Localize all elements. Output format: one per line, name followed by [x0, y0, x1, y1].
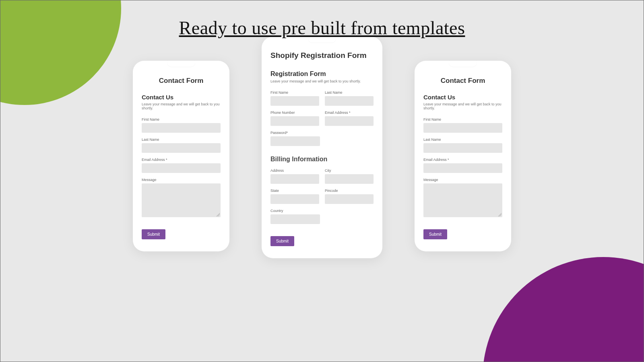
label-last-name: Last Name — [325, 90, 374, 95]
address-input[interactable] — [270, 174, 319, 184]
country-input[interactable] — [270, 214, 320, 224]
submit-button[interactable]: Submit — [270, 236, 294, 246]
section-subtext: Leave your message and we will get back … — [270, 79, 374, 83]
label-phone: Phone Number — [270, 111, 319, 115]
email-input[interactable] — [325, 116, 374, 126]
pincode-input[interactable] — [325, 194, 374, 204]
phone-input[interactable] — [270, 116, 319, 126]
template-card-contact-left: Contact Form Contact Us Leave your messa… — [133, 61, 229, 251]
form-title: Contact Form — [423, 77, 502, 85]
email-input[interactable] — [142, 163, 221, 173]
first-name-input[interactable] — [423, 123, 502, 133]
label-city: City — [325, 169, 374, 173]
label-pincode: Pincode — [325, 189, 374, 193]
template-card-contact-right: Contact Form Contact Us Leave your messa… — [415, 61, 511, 251]
resize-handle-icon — [217, 213, 220, 216]
label-state: State — [270, 189, 319, 193]
phone-notch-icon — [167, 61, 195, 67]
resize-handle-icon — [498, 213, 502, 216]
label-message: Message — [142, 178, 221, 182]
label-address: Address — [270, 169, 319, 173]
section-heading: Registration Form — [270, 70, 374, 78]
form-title: Shopify Registration Form — [270, 51, 374, 60]
first-name-input[interactable] — [142, 123, 221, 133]
message-textarea[interactable] — [423, 183, 502, 217]
form-title: Contact Form — [142, 77, 221, 85]
state-input[interactable] — [270, 194, 319, 204]
section-heading: Contact Us — [423, 94, 502, 101]
label-email: Email Address * — [142, 158, 221, 162]
message-textarea[interactable] — [142, 183, 221, 217]
password-input[interactable] — [270, 136, 320, 146]
billing-heading: Billing Information — [270, 156, 374, 163]
email-input[interactable] — [423, 163, 502, 173]
label-last-name: Last Name — [142, 138, 221, 142]
last-name-input[interactable] — [423, 143, 502, 153]
label-email: Email Address * — [423, 158, 502, 162]
label-country: Country — [270, 209, 320, 213]
template-cards-row: Contact Form Contact Us Leave your messa… — [0, 61, 644, 258]
last-name-input[interactable] — [325, 96, 374, 106]
label-message: Message — [423, 178, 502, 182]
label-first-name: First Name — [270, 90, 319, 95]
last-name-input[interactable] — [142, 143, 221, 153]
first-name-input[interactable] — [270, 96, 319, 106]
section-heading: Contact Us — [142, 94, 221, 101]
section-subtext: Leave your message and we will get back … — [142, 102, 221, 110]
template-card-registration: Shopify Registration Form Registration F… — [262, 37, 382, 258]
phone-notch-icon — [449, 61, 477, 67]
page-headline: Ready to use pre built from templates — [0, 17, 644, 39]
label-last-name: Last Name — [423, 138, 502, 142]
city-input[interactable] — [325, 174, 374, 184]
submit-button[interactable]: Submit — [142, 229, 165, 239]
label-first-name: First Name — [423, 117, 502, 121]
label-email: Email Address * — [325, 111, 374, 115]
decorative-blob-purple — [483, 257, 644, 362]
section-subtext: Leave your message and we will get back … — [423, 102, 502, 110]
label-first-name: First Name — [142, 117, 221, 121]
submit-button[interactable]: Submit — [423, 229, 447, 239]
label-password: Password* — [270, 131, 320, 135]
